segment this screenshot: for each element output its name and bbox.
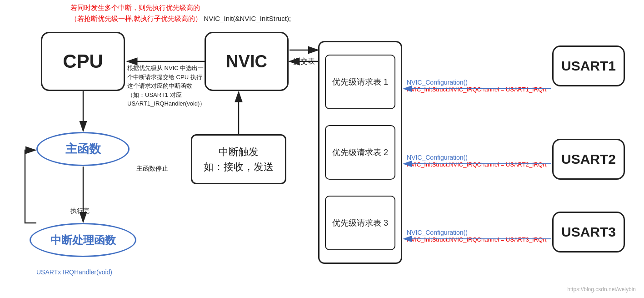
priority-row-1-label: 优先级请求表 1 (332, 76, 388, 87)
priority-row-3: 优先级请求表 3 (325, 196, 395, 250)
annotation-red-part: （若抢断优先级一样,就执行子优先级高的） (70, 15, 202, 22)
usart2-box: USART2 (552, 139, 625, 180)
nvic-config-1: NVIC_Configuration() NVIC_InitStruct.NVI… (407, 79, 548, 93)
nvic-config-3: NVIC_Configuration() NVIC_InitStruct.NVI… (407, 229, 548, 243)
usart1-box: USART1 (552, 45, 625, 86)
irq-trigger-box: 中断触发 如：接收，发送 (191, 134, 286, 184)
watermark: https://blog.csdn.net/weiybin (567, 286, 636, 293)
usart3-label: USART3 (561, 224, 616, 240)
irq-trigger-label: 中断触发 如：接收，发送 (204, 144, 274, 174)
priority-row-1: 优先级请求表 1 (325, 55, 395, 109)
main-stop-annotation: 主函数停止 (136, 165, 168, 173)
exec-done-annotation: 执行完 (70, 207, 90, 215)
usart2-label: USART2 (561, 152, 616, 167)
nvic-config-1-irq: NVIC_InitStruct.NVIC_IRQChannel = USART1… (407, 86, 548, 93)
irq-handler-ellipse: 中断处理函数 (30, 223, 136, 257)
priority-row-2-label: 优先级请求表 2 (332, 147, 388, 158)
nvic-box: NVIC (205, 32, 289, 91)
main-func-label: 主函数 (65, 141, 101, 157)
priority-row-3-label: 优先级请求表 3 (332, 217, 388, 228)
usart1-label: USART1 (561, 58, 616, 74)
nvic-config-2: NVIC_Configuration() NVIC_InitStruct.NVI… (407, 154, 548, 168)
irq-handler-label: 中断处理函数 (50, 233, 116, 247)
nvic-label: NVIC (226, 52, 267, 71)
cpu-box: CPU (41, 32, 125, 91)
annotation-top-red-1: 若同时发生多个中断，则先执行优先级高的 (70, 4, 200, 12)
nvic-cpu-annotation: 根据优先级从 NVIC 中选出一个中断请求提交给 CPU 执行这个请求对应的中断… (127, 64, 205, 108)
main-func-ellipse: 主函数 (36, 132, 130, 166)
submit-annotation: 提交表 (293, 57, 315, 66)
cpu-label: CPU (63, 51, 103, 72)
usartx-annotation: USARTx IRQHandler(void) (36, 268, 112, 276)
nvic-config-2-func: NVIC_Configuration() (407, 154, 548, 161)
nvic-config-3-irq: NVIC_InitStruct.NVIC_IRQChannel = USART3… (407, 236, 548, 243)
annotation-black-part: NVIC_Init(&NVIC_InitStruct); (202, 15, 291, 22)
nvic-config-1-func: NVIC_Configuration() (407, 79, 548, 86)
annotation-top-red-2: （若抢断优先级一样,就执行子优先级高的） NVIC_Init(&NVIC_Ini… (70, 15, 291, 23)
nvic-config-2-irq: NVIC_InitStruct.NVIC_IRQChannel = USART2… (407, 161, 548, 168)
priority-table-container: 优先级请求表 1 优先级请求表 2 优先级请求表 3 (318, 41, 402, 264)
diagram-container: 若同时发生多个中断，则先执行优先级高的 （若抢断优先级一样,就执行子优先级高的）… (0, 0, 644, 298)
usart3-box: USART3 (552, 212, 625, 253)
nvic-config-3-func: NVIC_Configuration() (407, 229, 548, 236)
priority-row-2: 优先级请求表 2 (325, 125, 395, 180)
